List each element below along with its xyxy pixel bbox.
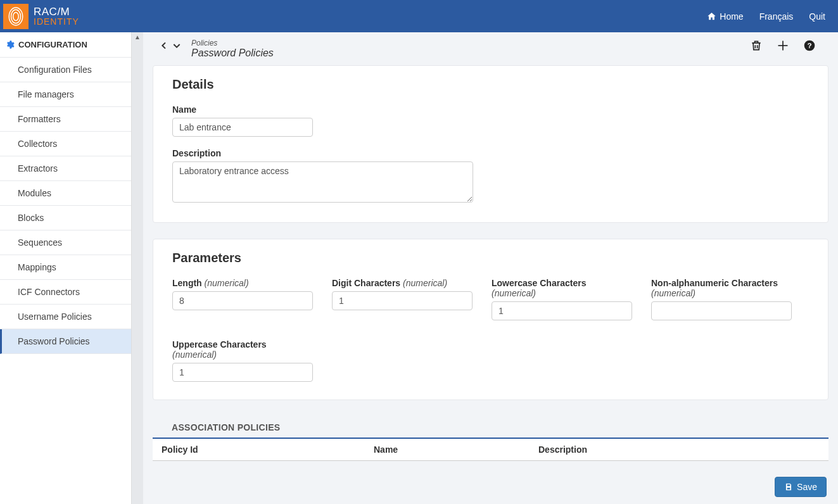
sidebar-gutter: ▲ [132, 32, 143, 504]
help-icon[interactable]: ? [803, 39, 816, 54]
content-area: Policies Password Policies ? Details Nam… [143, 32, 838, 504]
breadcrumb-parent: Policies [191, 39, 274, 47]
sidebar-item[interactable]: Mappings [0, 255, 131, 280]
breadcrumb-current: Password Policies [191, 47, 274, 59]
brand-logo[interactable]: RAC/M IDENTITY [3, 4, 79, 29]
sidebar-item[interactable]: Configuration Files [0, 58, 131, 82]
uppercase-input[interactable] [172, 363, 313, 382]
sidebar-item[interactable]: Sequences [0, 230, 131, 255]
language-link[interactable]: Français [759, 11, 794, 22]
name-input[interactable] [172, 118, 313, 137]
sidebar-item[interactable]: Password Policies [0, 329, 131, 354]
sidebar-item[interactable]: File managers [0, 82, 131, 107]
parameters-title: Parameters [172, 251, 809, 265]
details-title: Details [172, 77, 809, 92]
nonalpha-label: Non-alphanumeric Characters (numerical) [651, 278, 792, 298]
sidebar-item[interactable]: Collectors [0, 132, 131, 156]
parameters-panel: Parameters Length (numerical) Digit Char… [153, 239, 828, 400]
sidebar-item[interactable]: Extractors [0, 156, 131, 181]
svg-text:?: ? [807, 41, 811, 49]
sidebar: CONFIGURATION Configuration FilesFile ma… [0, 32, 132, 504]
svg-point-1 [11, 9, 21, 23]
description-input[interactable]: Laboratory entrance access [172, 161, 473, 203]
add-icon[interactable] [777, 39, 789, 54]
sidebar-item[interactable]: Username Policies [0, 305, 131, 329]
top-nav: Home Français Quit [707, 11, 825, 22]
sidebar-item[interactable]: Formatters [0, 107, 131, 132]
lowercase-label: Lowercase Characters (numerical) [492, 278, 632, 298]
sidebar-item[interactable]: Blocks [0, 206, 131, 230]
digit-input[interactable] [332, 291, 473, 310]
col-description: Description [538, 444, 820, 455]
length-label: Length (numerical) [172, 278, 313, 288]
details-panel: Details Name Description Laboratory entr… [153, 65, 828, 223]
col-name: Name [374, 444, 538, 455]
description-label: Description [172, 148, 809, 158]
uppercase-label: Uppercase Characters (numerical) [172, 339, 313, 360]
nonalpha-input[interactable] [651, 301, 792, 320]
digit-label: Digit Characters (numerical) [332, 278, 473, 288]
association-table: Policy Id Name Description [153, 438, 828, 461]
delete-icon[interactable] [750, 39, 763, 54]
nav-back-icon[interactable] [159, 41, 169, 53]
save-icon [784, 482, 793, 491]
col-policy-id: Policy Id [162, 444, 374, 455]
home-link[interactable]: Home [707, 11, 743, 22]
sidebar-item[interactable]: Modules [0, 181, 131, 206]
fingerprint-icon [3, 4, 29, 29]
collapse-arrow-icon[interactable]: ▲ [134, 34, 141, 41]
lowercase-input[interactable] [492, 301, 632, 320]
sidebar-item[interactable]: ICF Connectors [0, 280, 131, 305]
top-bar: RAC/M IDENTITY Home Français Quit [0, 0, 838, 32]
brand-subtitle: IDENTITY [34, 16, 79, 27]
home-icon [707, 11, 716, 21]
svg-point-0 [13, 12, 19, 20]
save-button[interactable]: Save [775, 477, 827, 497]
length-input[interactable] [172, 291, 313, 310]
name-label: Name [172, 104, 809, 115]
quit-link[interactable]: Quit [809, 11, 825, 22]
nav-down-icon[interactable] [172, 41, 182, 53]
sidebar-section-header[interactable]: CONFIGURATION [0, 32, 131, 58]
gear-icon [5, 40, 15, 49]
association-title: ASSOCIATION POLICIES [153, 416, 828, 438]
